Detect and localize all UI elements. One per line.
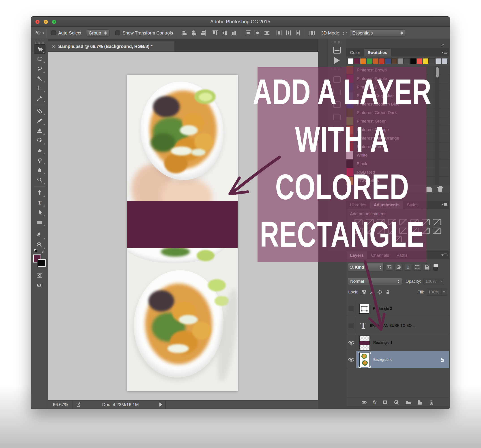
align-horizontal-centers-icon[interactable] [190,30,197,36]
tool-magic-wand[interactable] [34,74,45,83]
share-icon[interactable] [76,402,82,407]
new-layer-icon[interactable] [417,399,423,405]
align-right-edges-icon[interactable] [200,30,206,36]
filter-shape-layers-icon[interactable] [413,264,421,271]
actions-panel-icon[interactable] [334,57,340,64]
distribute-bottom-edges-icon[interactable] [263,30,270,36]
document[interactable] [127,75,238,391]
tool-eyedropper[interactable] [34,94,45,103]
layer-row-text[interactable]: T BRAZILIAN BURRITO BO... [346,317,449,334]
collapse-dock-chevrons-icon[interactable]: » [441,42,443,47]
title-bar[interactable]: Adobe Photoshop CC 2015 [31,16,450,27]
toolbar-grip[interactable] [35,41,44,44]
panel-menu-icon[interactable] [441,50,447,54]
panel-menu-icon[interactable] [441,253,447,257]
new-adjustment-layer-icon[interactable] [393,399,400,405]
lock-image-pixels-icon[interactable] [369,289,374,295]
opacity-dropdown-icon[interactable] [440,281,442,282]
new-group-icon[interactable] [405,399,411,405]
layer-name[interactable]: BRAZILIAN BURRITO BO... [370,324,415,328]
opacity-field[interactable]: 100% [423,278,444,285]
tool-dodge[interactable] [34,175,45,185]
swatch-chip[interactable] [366,58,372,64]
distribute-top-edges-icon[interactable] [245,30,251,36]
document-tab[interactable]: × Sample.psd @ 66.7% (Background, RGB/8)… [48,41,174,52]
tool-clone-stamp[interactable] [34,126,45,136]
swatch-chip[interactable] [398,58,404,64]
align-bottom-edges-icon[interactable] [231,30,237,36]
swatch-chip[interactable] [404,58,410,64]
layer-name[interactable]: Background [373,358,392,362]
filter-adjustment-layers-icon[interactable] [395,264,402,271]
gradient-map-icon[interactable] [433,228,441,234]
swap-colors-icon[interactable]: ⇄ [42,250,45,254]
layer-row-rectangle1[interactable]: Rectangle 1 [346,334,449,351]
lock-position-icon[interactable] [377,289,383,295]
tool-zoom[interactable] [34,240,45,250]
quick-mask-icon[interactable] [34,271,45,280]
layer-style-icon[interactable]: fx [373,399,376,405]
align-vertical-centers-icon[interactable] [221,30,228,36]
add-layer-mask-icon[interactable] [382,399,388,405]
delete-layer-icon[interactable] [428,399,435,405]
swatch-chip[interactable] [360,58,366,64]
workspace-mode-dropdown[interactable]: Essentials [350,29,405,37]
fill-field[interactable]: 100% [426,289,447,296]
swatch-chip[interactable] [429,58,435,64]
fill-dropdown-icon[interactable] [443,291,445,293]
screen-mode-icon[interactable] [34,281,45,290]
properties-panel-icon[interactable] [333,47,341,53]
layer-row-rectangle2[interactable]: Rectangle 2 [346,300,449,317]
tool-brush[interactable] [34,116,45,126]
layer-row-background[interactable]: Background [346,351,449,368]
swatch-chip[interactable] [435,58,441,64]
swatch-chip[interactable] [347,58,353,64]
swatch-chip[interactable] [354,58,360,64]
filter-toggle[interactable] [433,264,438,271]
distribute-horizontal-centers-icon[interactable] [285,30,292,36]
tool-crop[interactable] [34,84,45,93]
background-color-swatch[interactable] [38,259,46,267]
blend-mode-dropdown[interactable]: Normal [348,278,402,285]
lock-transparent-pixels-icon[interactable] [361,289,366,295]
swatch-scrollbar[interactable] [435,66,439,185]
distribute-spacing-icon[interactable] [308,30,315,36]
tool-type[interactable]: T [34,198,45,207]
auto-select-scope-dropdown[interactable]: Group [86,29,110,37]
default-colors-icon[interactable] [34,249,37,252]
tab-color[interactable]: Color [346,49,364,56]
layer-filter-dropdown[interactable]: Kind [348,263,383,271]
swatch-chip[interactable] [373,58,378,64]
tool-pen[interactable] [34,188,45,197]
visibility-toggle[interactable] [346,300,356,317]
visibility-toggle[interactable] [346,351,356,368]
swatch-chip[interactable] [391,58,397,64]
distribute-vertical-centers-icon[interactable] [254,30,261,36]
swatch-chip[interactable] [379,58,385,64]
link-layers-icon[interactable] [361,399,367,405]
swatch-chip[interactable] [423,58,428,64]
doc-info-segment[interactable]: Doc: 4.23M/16.1M [73,401,166,409]
tool-preset-caret[interactable]: ▾ [43,31,44,35]
black-white-icon[interactable] [433,219,441,225]
status-menu-arrow-icon[interactable] [159,402,162,407]
tool-healing-brush[interactable] [34,106,45,116]
filter-pixel-layers-icon[interactable] [385,264,393,271]
auto-select-checkbox[interactable] [51,30,56,35]
hidden-visibility-box[interactable] [349,306,354,311]
visibility-toggle[interactable] [346,317,356,334]
swatch-chip[interactable] [442,58,447,64]
tool-history-brush[interactable] [34,136,45,145]
tool-blur[interactable] [34,166,45,175]
tool-gradient[interactable] [34,156,45,165]
eye-icon[interactable] [348,341,354,344]
distribute-left-edges-icon[interactable] [276,30,282,36]
tool-hand[interactable] [34,230,45,240]
hidden-visibility-box[interactable] [349,323,354,328]
tool-marquee[interactable] [34,54,45,64]
tool-rectangle[interactable] [34,218,45,227]
distribute-right-edges-icon[interactable] [294,30,301,36]
eye-icon[interactable] [348,358,354,362]
filter-smart-objects-icon[interactable] [423,264,431,271]
layer-name[interactable]: Rectangle 2 [373,307,392,311]
